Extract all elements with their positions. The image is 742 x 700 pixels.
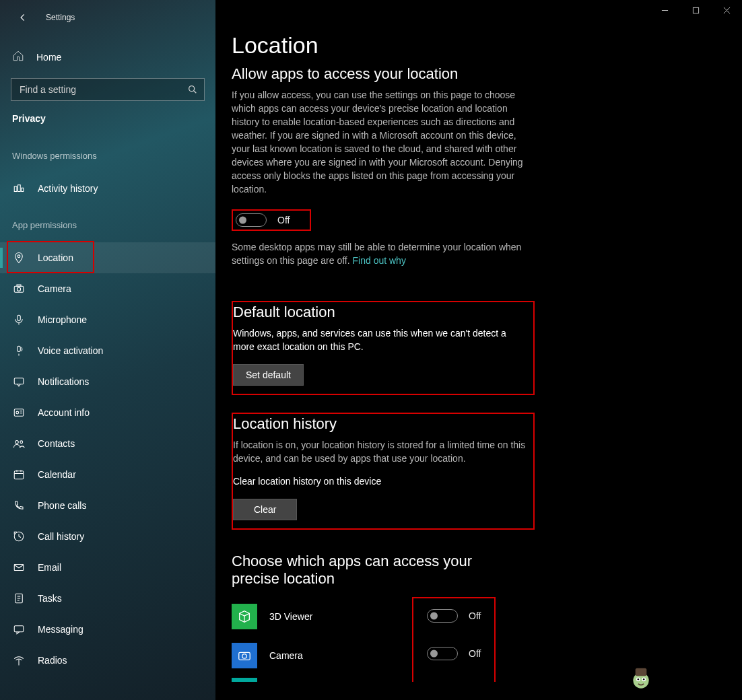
voice-activation-icon — [12, 344, 26, 357]
sidebar-item-label: Calendar — [38, 469, 76, 480]
sidebar-item-tasks[interactable]: Tasks — [0, 583, 215, 614]
sidebar-item-label: Account info — [38, 407, 90, 418]
sidebar-item-radios[interactable]: Radios — [0, 645, 215, 676]
sidebar-item-camera[interactable]: Camera — [0, 273, 215, 304]
search-icon — [187, 84, 198, 95]
calendar-icon — [12, 468, 26, 481]
sidebar-item-messaging[interactable]: Messaging — [0, 614, 215, 645]
sidebar-item-label: Tasks — [38, 593, 62, 604]
allow-apps-toggle[interactable] — [236, 213, 267, 227]
minimize-button[interactable] — [649, 0, 680, 20]
location-history-body: If location is on, your location history… — [233, 438, 527, 465]
activity-history-icon — [12, 182, 26, 195]
search-input[interactable] — [11, 78, 205, 101]
svg-rect-15 — [18, 346, 21, 351]
messaging-icon — [12, 623, 26, 636]
allow-apps-body: If you allow access, you can use the set… — [232, 88, 528, 196]
allow-apps-toggle-row: Off — [232, 209, 311, 231]
sidebar-item-calendar[interactable]: Calendar — [0, 459, 215, 490]
sidebar-item-activity-history[interactable]: Activity history — [0, 173, 215, 204]
page-title: Location — [232, 32, 548, 59]
sidebar-item-location[interactable]: Location — [0, 242, 215, 273]
back-button[interactable] — [15, 9, 31, 26]
highlight-box — [7, 241, 94, 273]
svg-rect-6 — [14, 186, 17, 192]
sidebar: Settings Home Privacy Windows permission… — [0, 0, 215, 700]
call-history-icon — [12, 530, 26, 543]
app-icon-3d-viewer — [232, 604, 257, 629]
app-row-camera: Camera — [232, 636, 420, 675]
default-location-section: Default location Windows, apps, and serv… — [232, 301, 535, 395]
svg-rect-1 — [693, 7, 698, 13]
svg-point-23 — [20, 441, 23, 444]
contacts-icon — [12, 437, 26, 450]
sidebar-item-label: Call history — [38, 531, 84, 542]
sidebar-current-category: Privacy — [12, 113, 215, 124]
app-camera-toggle-row: Off — [421, 644, 486, 663]
app-3d-viewer-toggle-label: Off — [469, 610, 481, 621]
svg-rect-7 — [18, 185, 21, 192]
close-button[interactable] — [711, 0, 742, 20]
set-default-button[interactable]: Set default — [233, 364, 304, 386]
app-row-3d-viewer: 3D Viewer — [232, 597, 420, 636]
app-icon-partial — [232, 678, 257, 682]
app-name-3d-viewer: 3D Viewer — [269, 611, 404, 622]
clear-button[interactable]: Clear — [233, 499, 297, 520]
mascot-icon — [628, 664, 654, 691]
sidebar-home[interactable]: Home — [12, 47, 215, 67]
svg-line-5 — [194, 91, 197, 94]
svg-rect-12 — [17, 285, 21, 286]
sidebar-item-email[interactable]: Email — [0, 552, 215, 583]
default-location-title: Default location — [233, 304, 527, 321]
svg-rect-13 — [18, 315, 21, 320]
svg-point-45 — [643, 678, 645, 680]
sidebar-item-label: Email — [38, 562, 61, 573]
svg-rect-17 — [14, 378, 24, 384]
main-content: Location Allow apps to access your locat… — [215, 0, 742, 700]
location-history-title: Location history — [233, 415, 527, 433]
sidebar-item-contacts[interactable]: Contacts — [0, 428, 215, 459]
app-name-camera: Camera — [269, 650, 404, 661]
sidebar-item-label: Phone calls — [38, 500, 86, 511]
notifications-icon — [12, 375, 26, 388]
precise-toggle-highlight: Off Off — [412, 597, 496, 682]
sidebar-item-label: Notifications — [38, 376, 89, 387]
sidebar-item-label: Camera — [38, 283, 71, 294]
location-history-section: Location history If location is on, your… — [232, 413, 535, 530]
maximize-button[interactable] — [680, 0, 711, 20]
svg-point-22 — [15, 441, 19, 444]
app-title: Settings — [46, 13, 75, 22]
account-info-icon — [12, 406, 26, 419]
svg-rect-41 — [636, 668, 647, 676]
svg-point-4 — [189, 86, 195, 92]
svg-point-39 — [242, 654, 246, 658]
clear-history-label: Clear location history on this device — [233, 475, 527, 488]
sidebar-item-notifications[interactable]: Notifications — [0, 366, 215, 397]
email-icon — [12, 561, 26, 574]
sidebar-item-microphone[interactable]: Microphone — [0, 304, 215, 335]
find-out-why-link[interactable]: Find out why — [353, 255, 406, 266]
app-3d-viewer-toggle[interactable] — [427, 609, 458, 623]
phone-calls-icon — [12, 499, 26, 512]
sidebar-group-app-permissions: App permissions — [12, 220, 215, 230]
svg-rect-8 — [22, 188, 24, 191]
svg-point-19 — [16, 411, 19, 414]
svg-point-44 — [638, 678, 640, 680]
sidebar-item-call-history[interactable]: Call history — [0, 521, 215, 552]
sidebar-item-label: Activity history — [38, 183, 98, 194]
precise-apps-title: Choose which apps can access your precis… — [232, 553, 501, 588]
app-camera-toggle[interactable] — [427, 647, 458, 660]
svg-point-11 — [17, 287, 20, 291]
sidebar-item-phone-calls[interactable]: Phone calls — [0, 490, 215, 521]
app-icon-camera — [232, 643, 257, 668]
sidebar-item-account-info[interactable]: Account info — [0, 397, 215, 428]
sidebar-item-label: Messaging — [38, 624, 83, 635]
sidebar-group-windows-permissions: Windows permissions — [12, 151, 215, 161]
sidebar-item-voice-activation[interactable]: Voice activation — [0, 335, 215, 366]
allow-apps-note: Some desktop apps may still be able to d… — [232, 240, 528, 267]
precise-apps-list: 3D Viewer Camera Off — [232, 597, 548, 682]
microphone-icon — [12, 313, 26, 326]
camera-icon — [12, 282, 26, 295]
sidebar-home-label: Home — [36, 52, 61, 63]
svg-rect-34 — [14, 626, 24, 632]
